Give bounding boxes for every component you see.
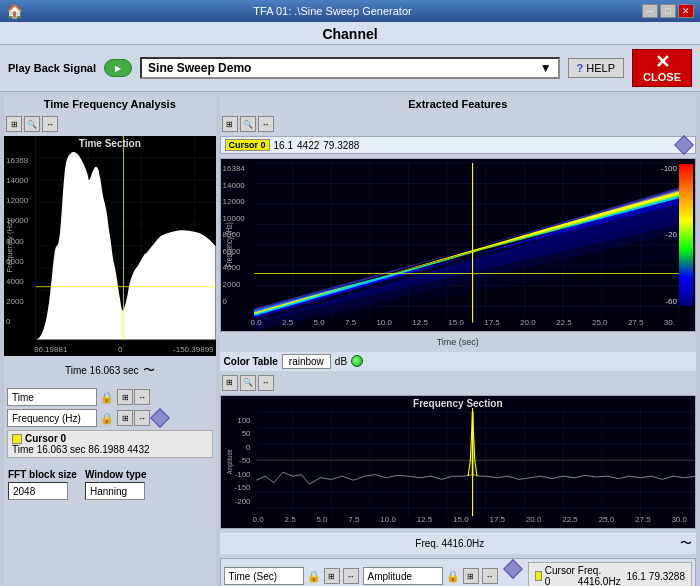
help-label: HELP <box>586 62 615 74</box>
spectro-icon2[interactable]: 🔍 <box>240 116 256 132</box>
freq-wave-icon: 〜 <box>680 535 692 552</box>
spectro-val3: 79.3288 <box>323 140 359 151</box>
close-big-button[interactable]: ✕ CLOSE <box>632 49 692 87</box>
bc-time-label: Time (Sec) <box>224 567 304 585</box>
freq-toolbar-icon2[interactable]: 🔍 <box>240 375 256 391</box>
cursor-dot2 <box>535 571 542 581</box>
freq-toolbar-icon1[interactable]: ⊞ <box>222 375 238 391</box>
bc-amp-icon2[interactable]: ↔ <box>482 568 498 584</box>
bc-time-icon2[interactable]: ↔ <box>343 568 359 584</box>
wave-icon: 〜 <box>143 362 155 379</box>
main-content: Time Frequency Analysis ⊞ 🔍 ↔ Time Secti… <box>0 92 700 586</box>
cursor2-freq: Freq. 4416.0Hz <box>578 565 624 586</box>
maximize-button[interactable]: □ <box>660 4 676 18</box>
freq-section-title: Frequency Section <box>413 398 502 409</box>
extracted-title: Extracted Features <box>220 96 696 112</box>
channel-bar: Channel <box>0 22 700 45</box>
freq-icon1[interactable]: ⊞ <box>117 410 133 426</box>
freq-control-row: Frequency (Hz) 🔒 ⊞ ↔ <box>7 409 213 427</box>
time-display-text: Time 16.063 sec <box>65 365 139 376</box>
freq-toolbar-icon3[interactable]: ↔ <box>258 375 274 391</box>
spectro-val1: 16.1 <box>274 140 293 151</box>
spectro-diamond-icon[interactable] <box>674 135 694 155</box>
cursor-header: Cursor 0 <box>12 433 208 444</box>
left-icon1[interactable]: ⊞ <box>6 116 22 132</box>
cb-mid: -20 <box>661 230 677 239</box>
play-button[interactable] <box>104 59 132 77</box>
spectro-icon3[interactable]: ↔ <box>258 116 274 132</box>
cursor-time: Time 16.063 sec <box>12 444 86 455</box>
signal-dropdown[interactable]: Sine Sweep Demo ▼ <box>140 57 560 79</box>
help-button[interactable]: ? HELP <box>568 58 624 78</box>
spectro-toolbar: ⊞ 🔍 ↔ <box>220 116 696 132</box>
spectrogram-svg: Frequency (Hz) <box>221 159 695 331</box>
spectro-xlabel: Time (sec) <box>220 336 696 348</box>
ct-label: Color Table <box>224 356 278 367</box>
bc-diamond-icon[interactable] <box>503 559 523 579</box>
left-icon3[interactable]: ↔ <box>42 116 58 132</box>
time-icon2[interactable]: ↔ <box>134 389 150 405</box>
colorbar-labels: -100 -20 -60 <box>661 164 677 306</box>
spectro-cursor-badge: Cursor 0 <box>225 139 270 151</box>
time-section-svg: Frequency (Hz) <box>4 136 216 356</box>
left-icon2[interactable]: 🔍 <box>24 116 40 132</box>
cursor2-label: Cursor 0 <box>545 565 575 586</box>
left-toolbar: ⊞ 🔍 ↔ <box>4 116 216 132</box>
channel-label: Channel <box>322 26 377 42</box>
cursor-freq-val: 86.1988 <box>88 444 124 455</box>
title-bar: 🏠 TFA 01: .\Sine Sweep Generator ─ □ ✕ <box>0 0 700 22</box>
spectro-val2: 4422 <box>297 140 319 151</box>
frequency-section-canvas: Frequency Section 100 50 0 -50 -100 -150… <box>220 395 696 529</box>
bc-amp-label: Amplitude <box>363 567 443 585</box>
time-ctrl-icons: ⊞ ↔ <box>117 389 150 405</box>
bc-amp-item: Amplitude 🔒 ⊞ ↔ <box>363 562 498 586</box>
signal-name: Sine Sweep Demo <box>148 61 251 75</box>
cursor-info: Cursor 0 Time 16.063 sec 86.1988 4432 <box>7 430 213 458</box>
bc-time-item: Time (Sec) 🔒 ⊞ ↔ <box>224 562 359 586</box>
green-led[interactable] <box>351 355 363 367</box>
close-big-label: CLOSE <box>643 71 681 83</box>
window-value[interactable]: Hanning <box>85 482 145 500</box>
help-circle-icon: ? <box>577 62 584 74</box>
bc-time-icon1[interactable]: ⊞ <box>324 568 340 584</box>
spectrogram-canvas: 16384 14000 12000 10000 8000 6000 4000 2… <box>220 158 696 332</box>
time-ctrl-label: Time <box>7 388 97 406</box>
fft-value[interactable]: 2048 <box>8 482 68 500</box>
window-label: Window type <box>85 469 147 480</box>
color-table-row: Color Table rainbow dB <box>220 352 696 371</box>
freq-toolbar: ⊞ 🔍 ↔ <box>220 375 696 391</box>
spectro-icon1[interactable]: ⊞ <box>222 116 238 132</box>
dropdown-arrow-icon: ▼ <box>540 61 552 75</box>
diamond-icon[interactable] <box>150 408 170 428</box>
window-title: TFA 01: .\Sine Sweep Generator <box>23 5 642 17</box>
bc-lock-icon2: 🔒 <box>446 570 460 583</box>
minimize-button[interactable]: ─ <box>642 4 658 18</box>
time-control-row: Time 🔒 ⊞ ↔ <box>7 388 213 406</box>
time-icon1[interactable]: ⊞ <box>117 389 133 405</box>
freq-ctrl-label: Frequency (Hz) <box>7 409 97 427</box>
freq-x-axis: 0.0 2.5 5.0 7.5 10.0 12.5 15.0 17.5 20.0… <box>253 515 687 524</box>
freq-ctrl-icons: ⊞ ↔ <box>117 410 150 426</box>
svg-rect-47 <box>679 164 693 306</box>
cursor-info2: Cursor 0 Freq. 4416.0Hz 16.1 79.3288 <box>528 562 692 586</box>
cb-bot: -60 <box>661 297 677 306</box>
freq-icon2[interactable]: ↔ <box>134 410 150 426</box>
title-bar-left: 🏠 <box>6 3 23 19</box>
fft-block-size: FFT block size 2048 <box>8 469 77 500</box>
cursor0-label: Cursor 0 <box>25 433 66 444</box>
bc-amp-icon1[interactable]: ⊞ <box>463 568 479 584</box>
close-button[interactable]: ✕ <box>678 4 694 18</box>
left-panel: Time Frequency Analysis ⊞ 🔍 ↔ Time Secti… <box>4 96 216 586</box>
svg-rect-48 <box>221 396 695 528</box>
ts-y-axis: 16368 14000 12000 10000 8000 6000 4000 2… <box>6 156 28 326</box>
close-x-icon: ✕ <box>655 53 670 71</box>
tfa-title: Time Frequency Analysis <box>4 96 216 112</box>
title-bar-controls: ─ □ ✕ <box>642 4 694 18</box>
window-type: Window type Hanning <box>85 469 147 500</box>
ct-value[interactable]: rainbow <box>282 354 331 369</box>
cursor-dot <box>12 434 22 444</box>
cursor-details: Time 16.063 sec 86.1988 4432 <box>12 444 208 455</box>
colorbar <box>679 164 693 306</box>
lock-icon2: 🔒 <box>100 412 114 425</box>
cb-top: -100 <box>661 164 677 173</box>
